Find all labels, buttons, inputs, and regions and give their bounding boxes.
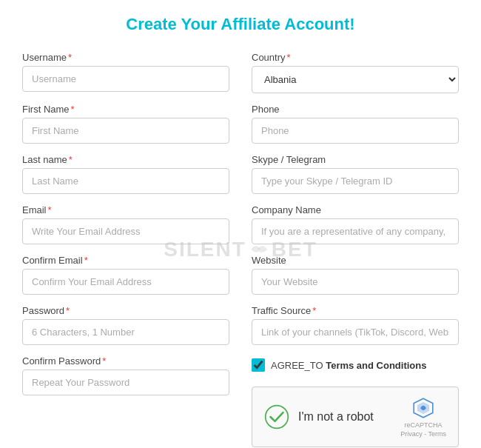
email-field-group: Email*: [22, 204, 229, 244]
recaptcha-left: I'm not a robot: [264, 404, 374, 429]
svg-point-0: [266, 406, 289, 429]
agree-checkbox[interactable]: [252, 358, 265, 372]
traffic-input[interactable]: [252, 319, 459, 345]
page-title: Create Your Affiliate Account!: [22, 15, 459, 34]
confirm-email-field-group: Confirm Email*: [22, 255, 229, 295]
website-label: Website: [252, 255, 459, 266]
traffic-field-group: Traffic Source*: [252, 305, 459, 345]
password-field-group: Password*: [22, 305, 229, 345]
password-label: Password*: [22, 305, 229, 316]
firstname-field-group: First Name*: [22, 104, 229, 144]
phone-input[interactable]: [252, 118, 459, 144]
recaptcha-box[interactable]: I'm not a robot reCAPTCHA Privacy - Term…: [252, 387, 459, 447]
phone-field-group: Phone: [252, 104, 459, 144]
recaptcha-right: reCAPTCHA Privacy - Terms: [400, 396, 446, 438]
company-field-group: Company Name: [252, 204, 459, 244]
recaptcha-logo-icon: [411, 396, 435, 420]
website-field-group: Website: [252, 255, 459, 295]
username-input[interactable]: [22, 66, 229, 92]
email-label: Email*: [22, 204, 229, 215]
skype-input[interactable]: [252, 168, 459, 194]
lastname-field-group: Last name*: [22, 154, 229, 194]
confirm-password-field-group: Confirm Password*: [22, 355, 229, 447]
lastname-label: Last name*: [22, 154, 229, 165]
country-field-group: Country* Albania Afghanistan Other: [252, 52, 459, 93]
right-bottom-section: AGREE_TO Terms and Conditions I'm not a …: [252, 355, 459, 447]
website-input[interactable]: [252, 269, 459, 295]
country-label: Country*: [252, 52, 459, 63]
phone-label: Phone: [252, 104, 459, 115]
recaptcha-text: I'm not a robot: [298, 410, 374, 424]
skype-label: Skype / Telegram: [252, 154, 459, 165]
lastname-input[interactable]: [22, 168, 229, 194]
confirm-password-label: Confirm Password*: [22, 355, 229, 367]
recaptcha-links: Privacy - Terms: [400, 430, 446, 438]
agree-row: AGREE_TO Terms and Conditions: [252, 358, 459, 372]
confirm-password-input[interactable]: [22, 370, 229, 395]
confirm-email-input[interactable]: [22, 269, 229, 295]
username-label: Username*: [22, 52, 229, 63]
traffic-label: Traffic Source*: [252, 305, 459, 316]
company-input[interactable]: [252, 218, 459, 244]
firstname-label: First Name*: [22, 104, 229, 115]
agree-label: AGREE_TO Terms and Conditions: [271, 360, 426, 371]
recaptcha-brand-label: reCAPTCHA: [405, 421, 443, 429]
email-input[interactable]: [22, 218, 229, 244]
username-field-group: Username*: [22, 52, 229, 93]
company-label: Company Name: [252, 204, 459, 215]
country-select[interactable]: Albania Afghanistan Other: [252, 66, 459, 93]
confirm-email-label: Confirm Email*: [22, 255, 229, 266]
recaptcha-checkmark-icon: [264, 404, 289, 429]
firstname-input[interactable]: [22, 118, 229, 144]
password-input[interactable]: [22, 319, 229, 345]
skype-field-group: Skype / Telegram: [252, 154, 459, 194]
